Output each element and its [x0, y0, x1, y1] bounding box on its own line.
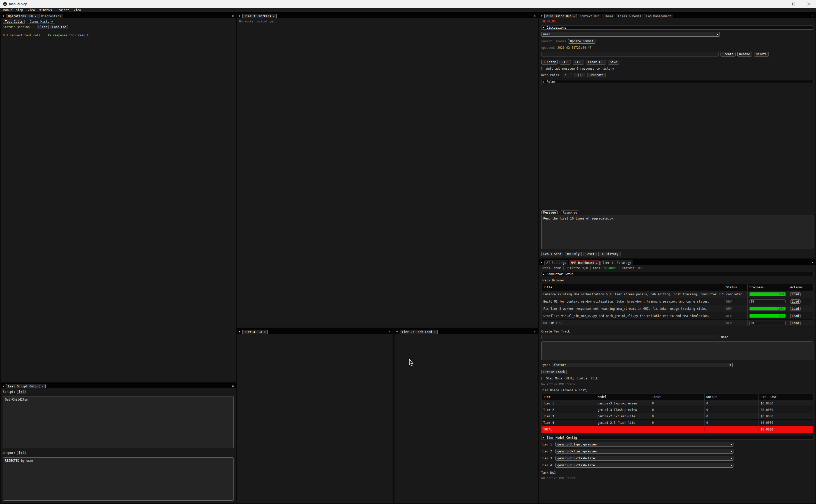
load-button[interactable]: Load	[790, 314, 801, 318]
menu-windows[interactable]: Windows	[39, 8, 52, 12]
tier3-model-select[interactable]: gemini-2.5-flash-lite ▼	[555, 456, 733, 461]
script-expand-button[interactable]: [+]	[17, 390, 26, 394]
reset-button[interactable]: Reset	[584, 252, 597, 256]
message-textarea[interactable]: Read the first 10 lines of aggregate.py.	[541, 215, 813, 249]
tier4-model-select[interactable]: gemini-2.5-flash-lite ▼	[555, 463, 733, 468]
tab-close-icon[interactable]: ✕	[264, 330, 265, 333]
updated-label: updated:	[541, 46, 555, 50]
panel-menu-icon[interactable]: ▼	[394, 330, 400, 334]
tab-log-management[interactable]: Log Management	[644, 14, 673, 18]
track-type-select[interactable]: feature ▼	[552, 363, 733, 367]
panel-menu-icon[interactable]: ▼	[237, 330, 242, 334]
keep-pairs-increment-button[interactable]: +	[580, 73, 585, 77]
output-expand-button[interactable]: [+]	[17, 451, 26, 455]
step-mode-checkbox[interactable]	[541, 377, 544, 380]
tab-tier2-tech-lead[interactable]: Tier 2: Tech Lead ✕	[400, 330, 438, 334]
panel-menu-icon[interactable]: ▼	[237, 14, 242, 18]
tab-context-hub[interactable]: Context Hub	[578, 14, 601, 18]
script-textarea[interactable]: Get-ChildItem	[3, 396, 234, 448]
autoadd-checkbox[interactable]	[541, 67, 544, 70]
last-script-output-tabstrip: ▼ Last Script Output ✕ ✕	[1, 383, 236, 388]
md-only-button[interactable]: MD Only	[565, 252, 581, 256]
subtab-comms-history[interactable]: Comms History	[28, 20, 55, 23]
message-tab[interactable]: Message	[541, 210, 558, 214]
discussions-section-header[interactable]: ▼ Discussions	[541, 26, 813, 30]
tier1-model-select[interactable]: gemini-3.1-pro-preview ▼	[555, 442, 733, 447]
plus-all-button[interactable]: +All	[573, 60, 584, 64]
tab-discussion-hub[interactable]: Discussion Hub ✕	[544, 14, 577, 18]
menu-view-2[interactable]: View	[74, 8, 81, 12]
tab-operations-hub[interactable]: Operations Hub ✕	[6, 14, 38, 18]
to-history-button[interactable]: -> History	[598, 252, 620, 256]
roles-section-header[interactable]: ▶ Roles	[541, 80, 813, 84]
subtab-tool-calls[interactable]: Tool Calls	[3, 20, 25, 23]
track-name-input[interactable]	[541, 335, 719, 339]
tab-diagnostics[interactable]: Diagnostics	[39, 14, 63, 18]
panel-menu-icon[interactable]: ▼	[1, 14, 6, 18]
idle-status: Status: IDLE	[622, 266, 643, 270]
tab-close-icon[interactable]: ✕	[573, 15, 575, 18]
tier2-model-select[interactable]: gemini-3-flash-preview ▼	[555, 449, 733, 454]
panel-close-icon[interactable]: ✕	[812, 261, 815, 265]
panel-close-icon[interactable]: ✕	[534, 14, 538, 18]
delete-button[interactable]: Delete	[754, 52, 769, 56]
tickets-status: Tickets: 0/0	[566, 266, 588, 270]
clear-button[interactable]: Clear	[37, 25, 49, 29]
create-button[interactable]: Create	[721, 52, 736, 56]
tab-close-icon[interactable]: ✕	[42, 385, 44, 388]
minus-all-button[interactable]: -All	[560, 60, 571, 64]
task-dag-empty-text: No active MMA track.	[541, 476, 813, 480]
save-button[interactable]: Save	[608, 60, 619, 64]
keep-pairs-decrement-button[interactable]: -	[574, 73, 579, 77]
tab-close-icon[interactable]: ✕	[596, 262, 597, 264]
tab-tier4-qa[interactable]: Tier 4: QA ✕	[242, 330, 268, 334]
tier-model-config-header[interactable]: ▼ Tier Model Config	[541, 436, 813, 440]
load-button[interactable]: Load	[790, 307, 801, 311]
keep-pairs-input[interactable]	[563, 73, 572, 77]
tab-close-icon[interactable]: ✕	[434, 330, 435, 333]
panel-close-icon[interactable]: ✕	[232, 384, 236, 388]
tab-last-script-output[interactable]: Last Script Output ✕	[6, 384, 46, 388]
load-button[interactable]: Load	[790, 321, 801, 325]
tier2-tech-lead-panel: ▼ Tier 2: Tech Lead ✕ ✕	[394, 328, 538, 503]
tier-usage-label: Tier Usage (Tokens & Cost)	[541, 388, 813, 392]
output-textarea[interactable]: REJECTED by user	[3, 457, 234, 501]
create-track-button[interactable]: Create Track	[541, 370, 567, 374]
tab-ai-settings[interactable]: AI Settings	[544, 261, 568, 265]
tab-close-icon[interactable]: ✕	[273, 15, 274, 18]
update-commit-button[interactable]: Update Commit	[568, 39, 595, 44]
menu-view[interactable]: View	[28, 8, 35, 12]
panel-close-icon[interactable]: ✕	[534, 330, 538, 334]
track-description-textarea[interactable]	[541, 342, 813, 360]
tab-tier1-strategy[interactable]: Tier 1: Strategy	[600, 261, 633, 265]
panel-close-icon[interactable]: ✕	[232, 14, 236, 18]
panel-menu-icon[interactable]: ▼	[539, 261, 544, 265]
add-entry-button[interactable]: + Entry	[541, 60, 558, 64]
panel-menu-icon[interactable]: ▼	[539, 14, 544, 18]
panel-close-icon[interactable]: ✕	[812, 14, 815, 18]
conductor-setup-header[interactable]: ▶ Conductor Setup	[541, 272, 813, 276]
rename-button[interactable]: Rename	[737, 52, 752, 56]
load-button[interactable]: Load	[790, 299, 801, 304]
panel-menu-icon[interactable]: ▼	[1, 384, 6, 388]
load-log-button[interactable]: Load Log	[51, 25, 68, 29]
tab-close-icon[interactable]: ✕	[35, 15, 36, 18]
maximize-button[interactable]	[786, 0, 801, 8]
menu-project[interactable]: Project	[56, 8, 69, 12]
discussion-name-input[interactable]	[541, 52, 719, 56]
tab-theme[interactable]: Theme	[602, 14, 615, 18]
discussion-select[interactable]: main ▼	[541, 32, 720, 37]
gen-send-button[interactable]: Gen + Send	[541, 252, 563, 256]
minimize-button[interactable]	[771, 0, 786, 8]
menu-manual-slop[interactable]: manual slop	[3, 8, 23, 12]
response-tab[interactable]: Response	[561, 210, 579, 214]
tab-files-media[interactable]: Files & Media	[616, 14, 643, 18]
tab-tier3-workers[interactable]: Tier 3: Workers ✕	[242, 14, 277, 18]
panel-close-icon[interactable]: ✕	[389, 330, 393, 334]
truncate-button[interactable]: Truncate	[587, 73, 605, 77]
tab-mma-dashboard[interactable]: MMA Dashboard ✕	[569, 261, 600, 265]
close-button[interactable]	[801, 0, 816, 8]
type-label: Type:	[541, 363, 550, 367]
load-button[interactable]: Load	[790, 292, 801, 296]
clear-all-button[interactable]: Clear All	[586, 60, 606, 64]
